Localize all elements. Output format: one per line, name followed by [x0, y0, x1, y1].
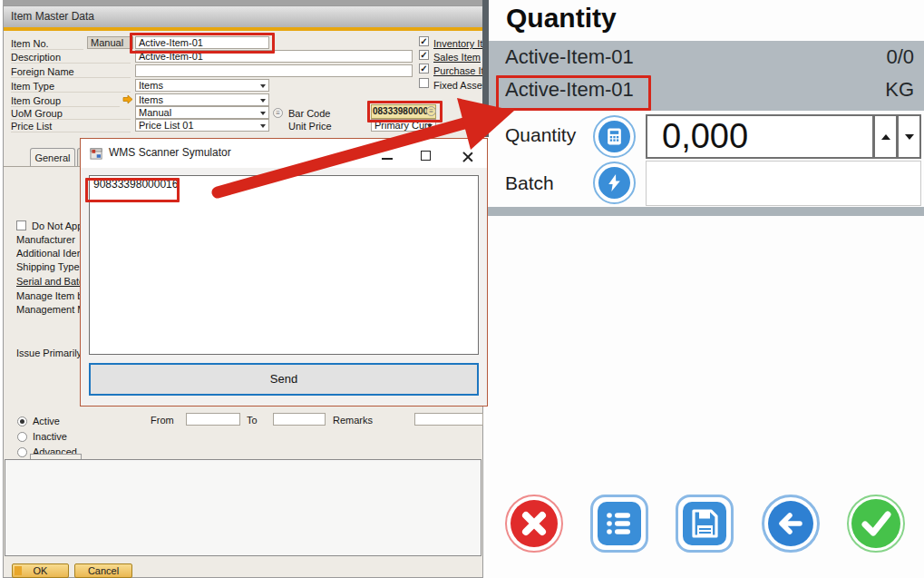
- panel-title: Quantity: [506, 3, 617, 34]
- description-label: Description: [11, 51, 131, 64]
- confirm-action-button[interactable]: [847, 495, 905, 553]
- remarks-input[interactable]: [414, 413, 483, 426]
- radio-inactive-label: Inactive: [33, 431, 67, 442]
- unit-price-label: Unit Price: [288, 120, 365, 132]
- scanner-window: WMS Scanner Symulator 90833398000016 Sen…: [80, 138, 488, 407]
- purchase-item-label: Purchase Iter: [433, 64, 486, 77]
- chevron-down-icon: [427, 124, 433, 128]
- radio-inactive[interactable]: [17, 432, 27, 442]
- cancel-action-button[interactable]: [505, 495, 563, 553]
- screenshot-root: Item Master Data Item No. Manual Active-…: [0, 0, 924, 578]
- price-list-label: Price List: [11, 120, 131, 132]
- price-list-dropdown[interactable]: Price List 01: [135, 119, 269, 132]
- link-arrow-icon[interactable]: [122, 94, 133, 104]
- radio-active[interactable]: [17, 416, 27, 426]
- fixed-asset-label: Fixed Asset I: [433, 79, 486, 92]
- inventory-item-label: Inventory Ite: [433, 37, 486, 50]
- item-no-label: Item No.: [11, 37, 83, 50]
- maximize-icon[interactable]: [421, 151, 431, 161]
- list-action-button[interactable]: [590, 495, 648, 553]
- chevron-down-icon: [260, 99, 266, 103]
- description-input[interactable]: Active-Item-01: [135, 50, 413, 63]
- foreign-name-input[interactable]: [135, 64, 413, 77]
- save-icon: [683, 502, 726, 545]
- item-type-label: Item Type: [11, 80, 131, 93]
- unit-price-value: Primary Curr: [374, 120, 431, 131]
- save-action-button[interactable]: [676, 495, 734, 553]
- cancel-button-label: Cancel: [88, 565, 119, 576]
- list-icon: [598, 502, 641, 545]
- inventory-item-checkbox[interactable]: [419, 36, 429, 46]
- from-input[interactable]: [186, 413, 240, 426]
- ok-button-label: OK: [34, 565, 48, 576]
- item-type-dropdown[interactable]: Items: [135, 79, 269, 92]
- quantity-input[interactable]: 0,000: [646, 114, 874, 159]
- uom-group-dropdown[interactable]: Manual: [135, 106, 269, 119]
- fixed-asset-checkbox[interactable]: [419, 78, 429, 88]
- item-no-mode-combo[interactable]: Manual: [87, 36, 133, 49]
- manufacturer-label: Manufacturer: [16, 234, 75, 245]
- minimize-icon[interactable]: [382, 158, 393, 160]
- header-uom: KG: [725, 78, 914, 102]
- quantity-increment-button[interactable]: [873, 114, 898, 159]
- bar-code-label: Bar Code: [288, 107, 365, 120]
- lower-grid-panel: [5, 459, 481, 556]
- purchase-item-checkbox[interactable]: [419, 64, 429, 73]
- cancel-icon: [511, 500, 558, 547]
- item-no-input[interactable]: Active-Item-01: [135, 36, 269, 49]
- quantity-label: Quantity: [505, 124, 576, 146]
- uom-group-value: Manual: [139, 107, 171, 118]
- item-group-label: Item Group: [11, 94, 120, 107]
- sales-item-label: Sales Item: [433, 51, 486, 64]
- do-not-apply-label: Do Not App: [32, 220, 83, 231]
- batch-label: Batch: [505, 172, 554, 194]
- item-group-dropdown[interactable]: Items: [135, 93, 269, 106]
- radio-advanced[interactable]: [17, 447, 27, 457]
- item-master-titlebar[interactable]: Item Master Data: [4, 6, 482, 27]
- batch-input[interactable]: [646, 161, 921, 206]
- header-item-name-2: Active-Item-01: [505, 78, 634, 102]
- spinner-down-icon: [905, 134, 914, 140]
- chevron-down-icon: [260, 84, 266, 88]
- to-input[interactable]: [273, 413, 326, 426]
- ok-button[interactable]: OK: [12, 563, 69, 578]
- item-group-value: Items: [139, 94, 163, 105]
- window-title: Item Master Data: [11, 10, 94, 23]
- titlebar-gold-accent: [4, 27, 482, 31]
- item-type-value: Items: [139, 80, 163, 91]
- issue-primarily-label: Issue Primarily: [16, 348, 82, 358]
- do-not-apply-checkbox[interactable]: [16, 220, 26, 230]
- confirm-icon: [851, 499, 900, 548]
- calculator-icon: [598, 121, 630, 152]
- remarks-label: Remarks: [333, 414, 373, 426]
- foreign-name-label: Foreign Name: [11, 65, 131, 78]
- header-item-name-1: Active-Item-01: [505, 45, 634, 69]
- to-label: To: [247, 414, 258, 426]
- uom-group-label: UoM Group: [11, 107, 131, 120]
- header-qty-counter: 0/0: [725, 45, 914, 69]
- chevron-down-icon: [260, 112, 266, 115]
- sales-item-checkbox[interactable]: [419, 50, 429, 60]
- close-icon[interactable]: [462, 151, 473, 162]
- additional-identifier-label: Additional Ident: [16, 248, 85, 259]
- section-divider: [486, 207, 924, 216]
- back-action-button[interactable]: [762, 495, 820, 553]
- tab-general[interactable]: General: [30, 148, 75, 167]
- send-button[interactable]: Send: [89, 363, 479, 396]
- scan-value-textarea[interactable]: 90833398000016: [89, 175, 479, 355]
- price-list-value: Price List 01: [139, 120, 194, 131]
- radio-active-label: Active: [33, 416, 60, 426]
- quantity-decrement-button[interactable]: [897, 114, 921, 159]
- barcode-detail-icon[interactable]: [426, 106, 436, 116]
- ok-focus-bar: [15, 566, 22, 575]
- calculator-button[interactable]: [593, 115, 636, 158]
- scanner-app-icon: [90, 147, 103, 161]
- from-label: From: [151, 414, 174, 426]
- uom-detail-icon[interactable]: [273, 108, 283, 118]
- serial-and-batch-link[interactable]: Serial and Batch: [16, 276, 90, 287]
- unit-price-dropdown[interactable]: Primary Curr: [371, 119, 436, 132]
- manage-item-by-label: Manage Item by: [16, 290, 88, 301]
- batch-auto-button[interactable]: [593, 162, 636, 204]
- lightning-icon: [598, 167, 630, 199]
- cancel-button[interactable]: Cancel: [74, 563, 132, 578]
